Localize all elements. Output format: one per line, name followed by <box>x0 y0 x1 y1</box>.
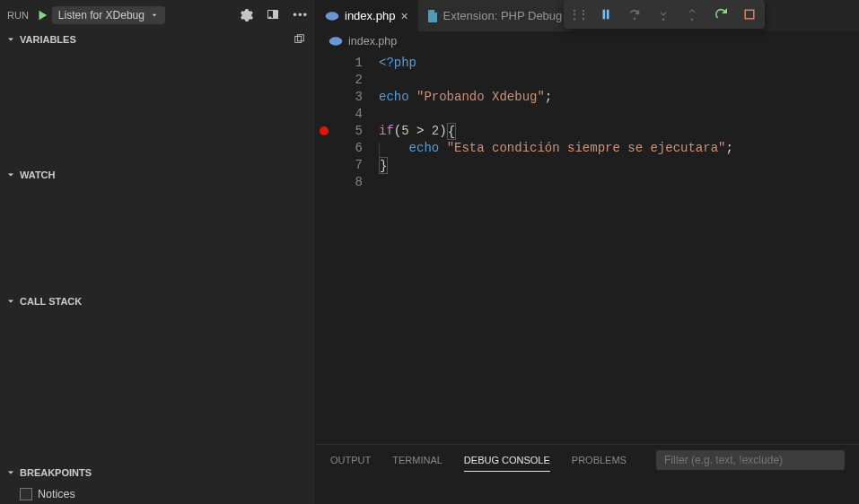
more-icon[interactable]: ••• <box>293 8 308 22</box>
code-token: if <box>379 123 394 140</box>
gear-icon[interactable] <box>239 8 253 22</box>
variables-header[interactable]: VARIABLES <box>0 30 315 49</box>
watch-title: WATCH <box>20 169 56 180</box>
restart-button[interactable] <box>711 4 731 24</box>
code-token: > <box>416 123 424 140</box>
code-token: 5 <box>401 123 408 140</box>
code-token: ; <box>545 89 552 106</box>
callstack-panel <box>0 311 315 464</box>
code-content[interactable]: <?php echo "Probando Xdebug"; if(5 > 2){… <box>363 55 859 444</box>
line-number: 6 <box>332 140 363 157</box>
code-token: "Esta condición siempre se ejecutara" <box>447 140 726 157</box>
watch-panel <box>0 185 315 292</box>
breakpoint-gutter[interactable] <box>316 55 332 444</box>
svg-rect-3 <box>745 10 754 19</box>
code-token: { <box>447 123 456 140</box>
chevron-down-icon <box>5 169 16 180</box>
variables-title: VARIABLES <box>20 34 76 45</box>
tab-index-php[interactable]: index.php × <box>316 0 418 31</box>
callstack-header[interactable]: CALL STACK <box>0 292 315 311</box>
tab-output[interactable]: OUTPUT <box>330 449 371 471</box>
tab-label: index.php <box>345 9 395 22</box>
debug-config-name: Listen for XDebug <box>58 9 145 22</box>
code-token: <?php <box>379 55 416 72</box>
chevron-down-icon <box>5 34 16 45</box>
line-number: 1 <box>332 55 363 72</box>
svg-rect-1 <box>297 35 303 41</box>
code-token: ( <box>394 123 401 140</box>
breakpoints-title: BREAKPOINTS <box>20 467 92 478</box>
php-file-icon <box>325 11 339 22</box>
tab-debug-console[interactable]: DEBUG CONSOLE <box>464 449 550 472</box>
chevron-down-icon <box>5 467 16 478</box>
line-number: 2 <box>332 72 363 89</box>
line-number: 5 <box>332 123 363 140</box>
stop-button[interactable] <box>740 4 759 24</box>
debug-console-icon[interactable] <box>266 8 280 22</box>
debug-console-body[interactable] <box>316 475 859 504</box>
drag-grip-icon[interactable]: ⋮⋮ <box>569 8 587 21</box>
tab-problems[interactable]: PROBLEMS <box>572 449 627 471</box>
run-label: RUN <box>7 10 29 21</box>
chevron-down-icon <box>5 296 16 307</box>
code-token: "Probando Xdebug" <box>416 89 545 106</box>
breadcrumb-file: index.php <box>348 35 397 48</box>
bottom-panel-tabs: OUTPUT TERMINAL DEBUG CONSOLE PROBLEMS <box>316 444 859 475</box>
variables-panel <box>0 49 315 166</box>
close-icon[interactable]: × <box>400 9 408 23</box>
step-over-button[interactable] <box>625 4 644 24</box>
code-token: 2 <box>432 123 439 140</box>
editor-area: index.php × Extension: PHP Debug ⋮⋮ <box>316 0 859 504</box>
file-icon <box>427 10 438 22</box>
breadcrumb[interactable]: index.php <box>316 31 859 51</box>
line-number-gutter: 1 2 3 4 5 6 7 8 <box>332 55 363 444</box>
code-token: ; <box>725 140 732 157</box>
php-file-icon <box>329 36 343 47</box>
code-editor[interactable]: 1 2 3 4 5 6 7 8 <?php echo "Probando Xde… <box>316 51 859 444</box>
line-number: 7 <box>332 157 363 174</box>
run-toolbar: RUN Listen for XDebug ••• <box>0 0 315 30</box>
code-token: echo <box>379 89 409 106</box>
svg-point-2 <box>326 12 339 20</box>
tab-extension-php-debug[interactable]: Extension: PHP Debug <box>418 0 573 31</box>
breakpoint-marker[interactable] <box>320 126 329 135</box>
tab-terminal[interactable]: TERMINAL <box>392 449 443 471</box>
breakpoint-label: Notices <box>38 488 75 500</box>
step-into-button[interactable] <box>653 4 673 24</box>
step-out-button[interactable] <box>682 4 702 24</box>
callstack-title: CALL STACK <box>20 296 82 307</box>
code-token: ) <box>439 123 446 140</box>
code-token: } <box>379 157 388 174</box>
pause-button[interactable] <box>596 4 616 24</box>
svg-point-4 <box>329 37 343 45</box>
breakpoint-item[interactable]: Notices <box>20 484 315 504</box>
collapse-all-icon[interactable] <box>294 33 306 46</box>
breakpoints-header[interactable]: BREAKPOINTS <box>0 464 315 482</box>
line-number: 4 <box>332 106 363 123</box>
debug-floating-toolbar[interactable]: ⋮⋮ <box>564 0 765 29</box>
filter-input[interactable] <box>656 450 845 470</box>
start-debug-button[interactable] <box>36 9 48 22</box>
tab-label: Extension: PHP Debug <box>443 9 563 22</box>
breakpoints-panel: Notices <box>0 482 315 504</box>
svg-rect-0 <box>295 37 302 43</box>
breakpoint-checkbox[interactable] <box>20 488 32 500</box>
debug-config-select[interactable]: Listen for XDebug <box>52 6 165 24</box>
watch-header[interactable]: WATCH <box>0 166 315 185</box>
code-token: echo <box>409 140 440 157</box>
debug-sidebar: RUN Listen for XDebug ••• VARIABLES <box>0 0 316 504</box>
line-number: 3 <box>332 89 363 106</box>
line-number: 8 <box>332 174 363 191</box>
